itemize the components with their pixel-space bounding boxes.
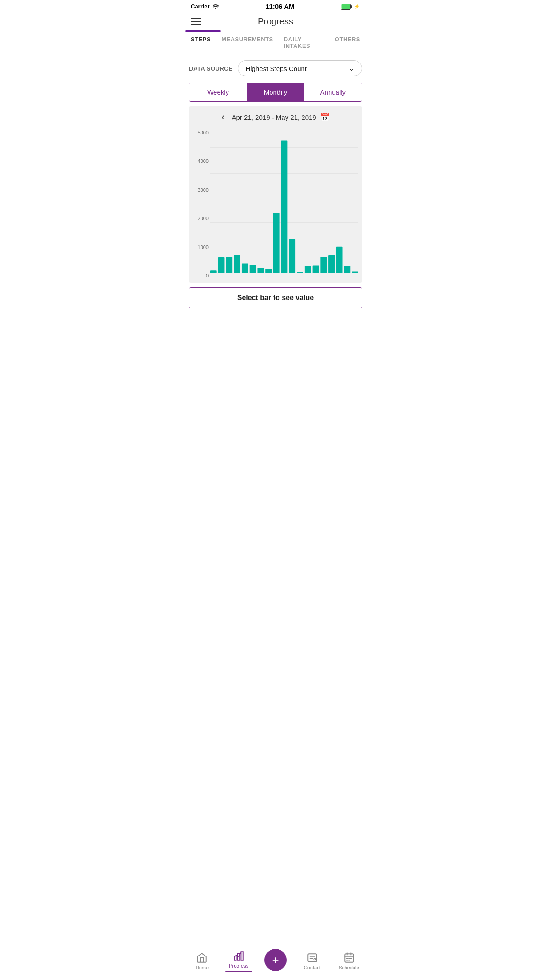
tab-daily-intakes[interactable]: DAILY INTAKES	[279, 32, 330, 54]
lightning-icon: ⚡	[354, 4, 360, 9]
tab-measurements[interactable]: MEASUREMENTS	[216, 32, 279, 54]
bar-chart[interactable]	[210, 128, 358, 279]
main-tabs: STEPS MEASUREMENTS DAILY INTAKES OTHERS	[184, 32, 367, 54]
bar-10[interactable]	[289, 239, 295, 273]
bar-5[interactable]	[250, 265, 256, 273]
select-bar-box: Select bar to see value	[189, 287, 362, 308]
y-label-5: 5000	[193, 130, 210, 135]
status-bar: Carrier 11:06 AM ⚡	[184, 0, 367, 12]
header: Progress	[184, 12, 367, 30]
bar-1[interactable]	[218, 257, 225, 273]
chart-header: ‹ Apr 21, 2019 - May 21, 2019 📅	[193, 111, 358, 123]
period-selector: Weekly Monthly Annually	[189, 83, 362, 102]
chevron-down-icon: ⌄	[349, 64, 354, 72]
data-source-label: DATA SOURCE	[189, 65, 232, 72]
chart-date-range: Apr 21, 2019 - May 21, 2019	[232, 114, 316, 121]
y-label-0: 0	[193, 273, 210, 278]
bar-14[interactable]	[320, 257, 327, 273]
bar-18[interactable]	[352, 271, 358, 273]
data-source-row: DATA SOURCE Highest Steps Count ⌄	[184, 54, 367, 83]
status-time: 11:06 AM	[265, 3, 294, 10]
status-right: ⚡	[341, 4, 360, 10]
bar-3[interactable]	[234, 255, 240, 273]
bar-4[interactable]	[242, 263, 248, 273]
bar-6[interactable]	[257, 268, 264, 273]
y-label-1: 1000	[193, 245, 210, 250]
y-label-3: 3000	[193, 187, 210, 193]
status-left: Carrier	[191, 3, 219, 10]
bar-8[interactable]	[273, 213, 280, 273]
svg-rect-2	[341, 4, 350, 9]
tab-steps[interactable]: STEPS	[185, 32, 216, 54]
y-label-4: 4000	[193, 158, 210, 164]
period-monthly[interactable]: Monthly	[247, 83, 304, 101]
svg-point-0	[215, 8, 216, 9]
data-source-selected: Highest Steps Count	[245, 65, 307, 72]
battery-icon	[341, 4, 352, 10]
data-source-dropdown[interactable]: Highest Steps Count ⌄	[238, 60, 362, 76]
period-weekly[interactable]: Weekly	[189, 83, 247, 101]
bar-17[interactable]	[344, 266, 351, 273]
hamburger-menu[interactable]	[191, 18, 201, 25]
bar-12[interactable]	[305, 266, 311, 273]
period-annually[interactable]: Annually	[304, 83, 362, 101]
bar-15[interactable]	[328, 255, 335, 273]
svg-rect-3	[351, 5, 352, 8]
select-bar-label: Select bar to see value	[237, 294, 314, 301]
chart-container: ‹ Apr 21, 2019 - May 21, 2019 📅 0 1000 2…	[189, 106, 362, 283]
bar-2[interactable]	[226, 257, 232, 273]
bar-16[interactable]	[336, 247, 343, 273]
carrier-label: Carrier	[191, 3, 210, 10]
calendar-icon[interactable]: 📅	[320, 112, 330, 122]
chart-back-button[interactable]: ‹	[221, 111, 224, 123]
bar-7[interactable]	[265, 269, 272, 273]
y-label-2: 2000	[193, 216, 210, 221]
bar-9[interactable]	[281, 140, 288, 273]
bar-11[interactable]	[297, 272, 303, 273]
bar-0[interactable]	[210, 270, 217, 273]
wifi-icon	[212, 4, 219, 9]
tab-others[interactable]: OTHERS	[330, 32, 366, 54]
page-title: Progress	[258, 16, 293, 27]
bar-13[interactable]	[313, 266, 319, 273]
